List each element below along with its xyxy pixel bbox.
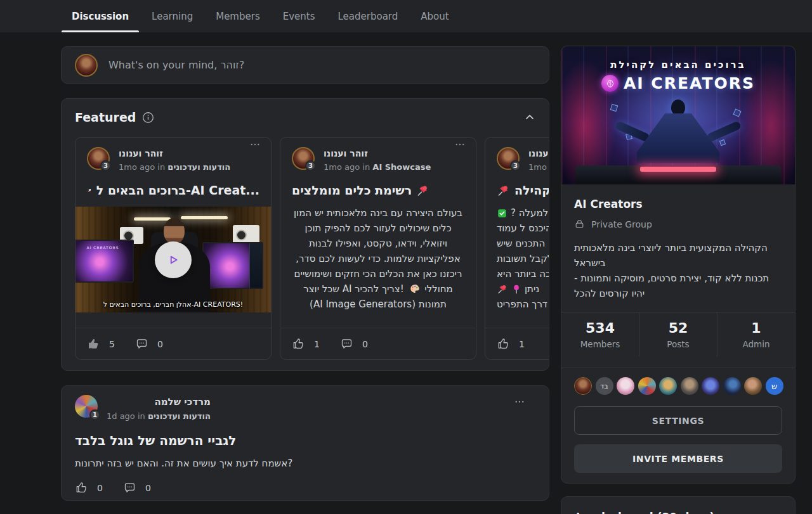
invite-members-button[interactable]: INVITE MEMBERS: [574, 444, 782, 473]
play-icon: [165, 252, 181, 268]
privacy-row: Private Group: [574, 219, 782, 229]
stat-posts[interactable]: 52 Posts: [639, 312, 717, 357]
tab-about[interactable]: About: [410, 0, 459, 32]
featured-card-welcome[interactable]: 3 זוהר וענונו 1mo ago in הודעות ועדכונים…: [75, 137, 272, 360]
tab-learning[interactable]: Learning: [141, 0, 203, 32]
description-line: הקהילה המקצועית ביותר ליוצרי בינה מלאכות…: [574, 240, 782, 271]
post-body-line: למעלה ?: [497, 205, 549, 221]
stat-members[interactable]: 534 Members: [561, 312, 639, 357]
author-name[interactable]: זוהר וענונו: [119, 147, 230, 158]
group-info: AI Creators Private Group הקהילה המקצועי…: [561, 184, 795, 483]
fragment-text: היכנס ל עמוד: [497, 221, 549, 236]
group-card: ברוכים הבאים לקהילת AI CREATORS AI Creat…: [561, 46, 796, 484]
stat-admins[interactable]: 1 Admin: [717, 312, 795, 357]
thumbs-up-icon: [497, 337, 510, 350]
tab-label: Events: [283, 11, 315, 22]
member-avatar[interactable]: [702, 377, 719, 395]
member-avatar[interactable]: [574, 377, 592, 395]
figure-arm: [615, 120, 650, 143]
fragment-text: למעלה ?: [511, 205, 548, 221]
floating-cube: [719, 139, 726, 146]
collapse-chevron-up-icon[interactable]: [523, 111, 536, 124]
post-category[interactable]: AI Showcase: [372, 162, 431, 172]
more-menu-icon[interactable]: [454, 139, 466, 150]
group-stats: 534 Members 52 Posts 1 Admin: [561, 312, 795, 357]
studio-light: [134, 217, 171, 221]
video-thumbnail[interactable]: AI CREATORS אהלן חברים, ברוכים הבאים ל-A…: [75, 207, 271, 312]
post-category[interactable]: הודעות ועדכונים: [148, 411, 211, 421]
lock-icon: [574, 219, 585, 229]
like-control[interactable]: 1: [292, 337, 320, 350]
member-avatar[interactable]: [638, 377, 656, 395]
like-control[interactable]: 5: [87, 337, 115, 350]
feed-column: What's on your mind, זוהר? Featured 3: [61, 32, 549, 501]
post-header: 3 זוהר וענונו 1mo ago in AI Showcase: [280, 138, 476, 172]
featured-card-tools[interactable]: 3 זוהר וענונו 1mo ago in AI Showcase רשי…: [280, 137, 476, 360]
comment-control[interactable]: 0: [340, 337, 368, 350]
member-avatar[interactable]: בד: [596, 377, 613, 395]
level-badge: 3: [510, 160, 521, 171]
member-avatar[interactable]: [617, 377, 634, 395]
post-body-line: לקבל תשובות: [497, 251, 549, 266]
author-avatar[interactable]: 3: [292, 147, 315, 170]
thumbs-up-icon: [292, 337, 305, 350]
post-meta: 1mo ago in: [528, 162, 549, 172]
tab-events[interactable]: Events: [273, 0, 325, 32]
info-icon[interactable]: [142, 112, 154, 124]
rocket-icon: [83, 183, 95, 196]
member-avatar[interactable]: [723, 377, 741, 395]
author-avatar[interactable]: 3: [87, 147, 110, 170]
comment-control[interactable]: 0: [135, 337, 163, 350]
member-avatar[interactable]: [681, 377, 698, 395]
figure-torso: [637, 113, 719, 163]
post-body-line: התכנים שיש: [497, 236, 549, 251]
author-name[interactable]: מרדכי שלמה: [107, 395, 211, 408]
post-meta: 1mo ago in AI Showcase: [324, 162, 431, 172]
member-avatar[interactable]: [659, 377, 677, 395]
monitor-text: AI CREATORS: [75, 245, 133, 250]
level-badge: 1: [89, 409, 100, 420]
author-avatar[interactable]: 3: [497, 147, 520, 170]
level-badge: 3: [100, 160, 111, 171]
stat-label: Members: [580, 339, 620, 349]
post-title-text: ברוכים הבאים ל-AI Creat...: [96, 183, 259, 197]
featured-card-community[interactable]: 3 זוהר וענונו 1mo ago in קהילה למעלה ?: [485, 137, 549, 360]
divider: [561, 368, 795, 368]
post-meta: 1d ago in הודעות ועדכונים: [107, 411, 211, 421]
group-banner-image: ברוכים הבאים לקהילת AI CREATORS: [561, 46, 795, 184]
studio-light: [181, 216, 228, 219]
banner-brand-row: AI CREATORS: [561, 74, 795, 93]
post-header: 1 מרדכי שלמה 1d ago in הודעות ועדכונים: [75, 395, 535, 421]
author-name[interactable]: זוהר וענונו: [324, 147, 431, 158]
more-menu-icon[interactable]: [514, 396, 525, 408]
pushpin-icon: [497, 184, 510, 197]
like-count: 1: [314, 339, 320, 349]
comment-count: 0: [157, 339, 163, 349]
tab-members[interactable]: Members: [206, 0, 270, 32]
author-avatar[interactable]: 1: [75, 395, 98, 418]
comment-control[interactable]: 0: [123, 481, 151, 494]
round-pushpin-icon: [511, 284, 521, 294]
post-composer[interactable]: What's on your mind, זוהר?: [61, 46, 549, 84]
post-time: 1mo ago in: [528, 162, 549, 172]
like-control[interactable]: 1: [497, 337, 525, 350]
stat-value: 52: [669, 320, 688, 336]
play-button[interactable]: [155, 241, 192, 278]
member-avatar[interactable]: ש: [766, 377, 783, 395]
feed-post[interactable]: 1 מרדכי שלמה 1d ago in הודעות ועדכונים ל…: [61, 385, 549, 501]
tab-discussion[interactable]: Discussion: [62, 0, 139, 32]
like-control[interactable]: 0: [75, 481, 103, 494]
stat-label: Admin: [742, 339, 769, 349]
tab-leaderboard[interactable]: Leaderboard: [328, 0, 409, 32]
post-title-text: קהילה: [514, 183, 549, 197]
post-category[interactable]: הודעות ועדכונים: [167, 162, 230, 172]
post-title: ברוכים הבאים ל-AI Creat...: [75, 183, 271, 197]
thumbs-up-icon: [87, 337, 100, 350]
featured-header: Featured: [75, 110, 549, 124]
author-name[interactable]: זוהר וענונו: [528, 147, 549, 158]
more-menu-icon[interactable]: [249, 139, 261, 150]
member-avatar[interactable]: [744, 377, 762, 395]
settings-button[interactable]: SETTINGS: [574, 406, 782, 435]
comment-count: 0: [145, 483, 151, 493]
post-title-text: רשימת כלים מומלצים: [292, 183, 412, 197]
